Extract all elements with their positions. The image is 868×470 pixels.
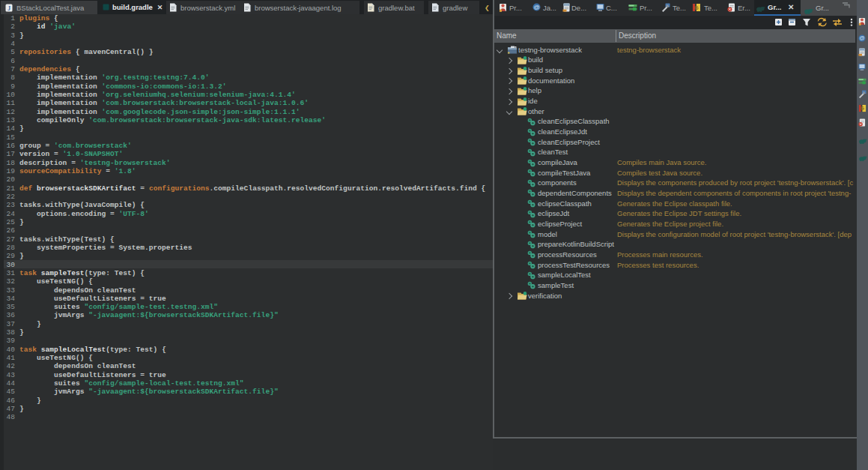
- svg-text:G: G: [694, 5, 699, 10]
- svg-text:G: G: [861, 106, 864, 111]
- svg-text:@: @: [533, 4, 539, 10]
- svg-text:@: @: [859, 34, 864, 41]
